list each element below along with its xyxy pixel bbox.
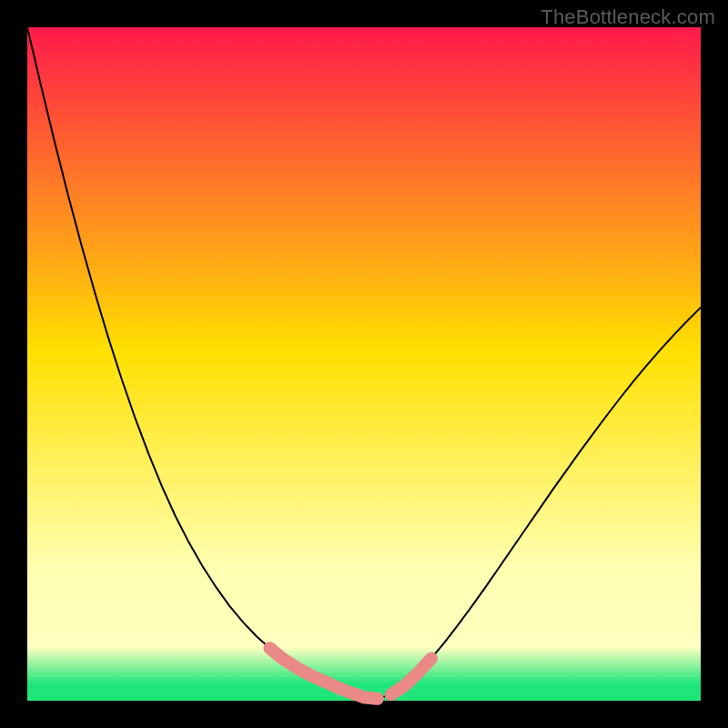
watermark-text: TheBottleneck.com	[541, 5, 715, 29]
chart-svg	[0, 0, 728, 728]
chart-gradient-bg	[27, 27, 701, 701]
chart-container: TheBottleneck.com	[0, 0, 728, 728]
